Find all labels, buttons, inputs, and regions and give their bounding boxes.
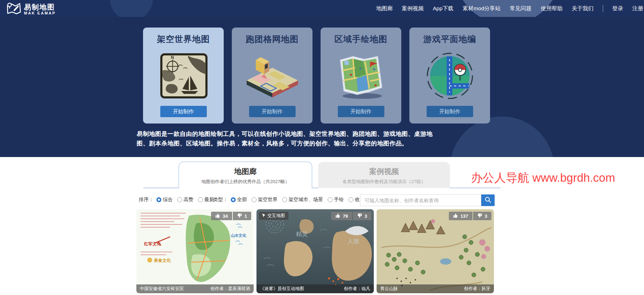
radio-icon[interactable] bbox=[198, 197, 203, 202]
tab-subtitle: 各类型地图制作教程及功能演示（27组） bbox=[318, 179, 450, 185]
radio-icon[interactable] bbox=[177, 197, 182, 202]
round-game-map-illustration bbox=[423, 49, 476, 102]
thumbs-up-icon bbox=[215, 213, 220, 219]
decor-circle-left bbox=[110, 0, 153, 17]
nav-item-videos[interactable]: 案例视频 bbox=[402, 5, 424, 12]
dislikes-badge[interactable]: 3 bbox=[353, 212, 371, 220]
map-card-miwu[interactable]: 精灵 人族 交互地图 79 3 《迷雾》原创互动地图 创作者：临凡 bbox=[256, 209, 374, 293]
start-creating-button[interactable]: 开始制作 bbox=[427, 106, 473, 117]
svg-text:精灵: 精灵 bbox=[296, 231, 308, 237]
main-nav: 地图廊 案例视频 App下载 素材mod分享站 常见问题 使用帮助 关于我们 登… bbox=[376, 0, 643, 17]
feature-card-title: 游戏平面地编 bbox=[423, 34, 476, 45]
search-input[interactable] bbox=[360, 194, 481, 206]
type-option-fantasy-world[interactable]: 架空世界 bbox=[252, 197, 278, 203]
sort-option-composite[interactable]: 综合 bbox=[156, 197, 173, 203]
map-title: 《迷雾》原创互动地图 bbox=[260, 286, 304, 292]
radio-icon[interactable] bbox=[328, 197, 333, 202]
likes-count: 34 bbox=[223, 213, 228, 219]
start-creating-button[interactable]: 开始制作 bbox=[338, 106, 384, 117]
sort-filter-group: 排序： 综合 高赞 最新 bbox=[139, 197, 219, 203]
search-icon bbox=[484, 196, 491, 204]
thumbs-up-icon bbox=[335, 213, 340, 219]
start-creating-button[interactable]: 开始制作 bbox=[160, 106, 207, 117]
nav-item-help[interactable]: 使用帮助 bbox=[541, 5, 563, 12]
map-caption: 青云山脉 创作者：胚牙 bbox=[377, 284, 494, 293]
hero-section: 架空世界地图 N 开始制作 跑团格网地图 bbox=[0, 17, 644, 157]
map-creator: 创作者：临凡 bbox=[344, 286, 370, 292]
likes-badge[interactable]: 79 bbox=[331, 212, 352, 220]
vote-badges: 79 3 bbox=[331, 212, 371, 220]
start-creating-button[interactable]: 开始制作 bbox=[249, 106, 296, 117]
dislikes-badge[interactable]: 1 bbox=[233, 212, 251, 220]
tab-case-videos[interactable]: 案例视频 各类型地图制作教程及功能演示（27组） bbox=[318, 162, 450, 188]
dislikes-count: 3 bbox=[485, 213, 487, 219]
dislikes-badge[interactable]: 3 bbox=[473, 212, 491, 220]
sort-option-most-liked[interactable]: 高赞 bbox=[177, 197, 193, 203]
search-button[interactable] bbox=[481, 194, 495, 206]
type-option-hand-drawn[interactable]: 手绘 bbox=[328, 197, 344, 203]
feature-card-title: 跑团格网地图 bbox=[246, 34, 299, 45]
tab-subtitle: 地图创作者们上榜的优秀作品（共2027幅） bbox=[179, 179, 312, 185]
radio-selected-icon[interactable] bbox=[231, 197, 236, 202]
map-card-luan-yuan[interactable]: 红军文化 山水文化 美食文化 34 1 中国安徽省六安裕安区 创作者：星辰薄荷酒 bbox=[136, 209, 254, 293]
brand-name: 易制地图 bbox=[24, 3, 56, 11]
interactive-map-tag: 交互地图 bbox=[259, 212, 289, 220]
vote-badges: 34 1 bbox=[211, 212, 251, 220]
dislikes-count: 1 bbox=[244, 213, 247, 219]
radio-label: 全部 bbox=[237, 197, 247, 203]
svg-text:红军文化: 红军文化 bbox=[144, 241, 161, 246]
map-caption: 《迷雾》原创互动地图 创作者：临凡 bbox=[256, 284, 374, 293]
map-title: 青云山脉 bbox=[380, 286, 398, 292]
nav-item-about[interactable]: 关于我们 bbox=[572, 5, 594, 12]
svg-text:美食文化: 美食文化 bbox=[154, 258, 171, 263]
brand-logo[interactable]: 易制地图 MAK EAMAP bbox=[6, 2, 56, 17]
register-link[interactable]: 注册 bbox=[632, 5, 643, 12]
hero-description: 易制地图是一款自由的地图绘制工具，可以在线创作小说地图、架空世界地图、跑团地图、… bbox=[137, 129, 439, 148]
feature-card-title: 区域手绘地图 bbox=[335, 34, 388, 45]
type-option-fantasy-city[interactable]: 架空城市、场景 bbox=[282, 197, 323, 203]
thumbs-up-icon bbox=[453, 213, 458, 219]
map-creator: 创作者：胚牙 bbox=[464, 286, 490, 292]
nav-item-mod-site[interactable]: 素材mod分享站 bbox=[463, 5, 501, 12]
feature-card-title: 架空世界地图 bbox=[157, 34, 210, 45]
map-pin-logo-icon bbox=[6, 2, 21, 17]
nav-item-app-download[interactable]: App下载 bbox=[433, 5, 454, 12]
sort-option-newest[interactable]: 最新 bbox=[198, 197, 214, 203]
type-label: 类型： bbox=[213, 197, 228, 203]
likes-count: 137 bbox=[460, 213, 468, 219]
likes-count: 79 bbox=[343, 213, 348, 219]
radio-icon[interactable] bbox=[252, 197, 256, 202]
thumbs-down-icon bbox=[477, 213, 482, 219]
login-link[interactable]: 登录 bbox=[612, 5, 623, 12]
dislikes-count: 3 bbox=[365, 213, 367, 219]
type-filter-group: 类型： 全部 架空世界 架空城市、场景 手绘 收藏 bbox=[213, 197, 369, 203]
feature-card-fantasy-world: 架空世界地图 N 开始制作 bbox=[143, 28, 224, 124]
feature-cards-row: 架空世界地图 N 开始制作 跑团格网地图 bbox=[143, 28, 490, 124]
radio-icon[interactable] bbox=[348, 197, 353, 202]
thumbs-down-icon bbox=[357, 213, 362, 219]
folded-map-illustration bbox=[335, 49, 388, 102]
type-option-all[interactable]: 全部 bbox=[231, 197, 247, 203]
radio-icon[interactable] bbox=[282, 197, 287, 202]
likes-badge[interactable]: 34 bbox=[211, 212, 232, 220]
tab-title: 案例视频 bbox=[318, 167, 450, 176]
map-card-qingyun-mountains[interactable]: 137 3 青云山脉 创作者：胚牙 bbox=[377, 209, 494, 293]
likes-badge[interactable]: 137 bbox=[449, 212, 472, 220]
svg-text:N: N bbox=[171, 55, 174, 60]
watermark-text: 办公人导航 www.bgrdh.com bbox=[471, 170, 615, 186]
fantasy-map-illustration: N bbox=[157, 49, 210, 102]
nav-item-faq[interactable]: 常见问题 bbox=[510, 5, 532, 12]
grid-map-illustration bbox=[246, 49, 299, 102]
feature-card-game-map: 游戏平面地编 开始制作 bbox=[409, 28, 490, 124]
map-caption: 中国安徽省六安裕安区 创作者：星辰薄荷酒 bbox=[136, 284, 254, 293]
cursor-icon bbox=[262, 213, 266, 219]
radio-selected-icon[interactable] bbox=[156, 197, 161, 202]
top-header: 易制地图 MAK EAMAP 地图廊 案例视频 App下载 素材mod分享站 常… bbox=[0, 0, 644, 17]
radio-label: 架空城市、场景 bbox=[289, 197, 323, 203]
nav-item-gallery[interactable]: 地图廊 bbox=[376, 5, 393, 12]
brand-subtitle: MAK EAMAP bbox=[24, 11, 56, 16]
tab-map-gallery[interactable]: 地图廊 地图创作者们上榜的优秀作品（共2027幅） bbox=[179, 162, 312, 188]
map-thumbnail-parchment bbox=[377, 209, 494, 293]
radio-label: 手绘 bbox=[334, 197, 344, 203]
feature-card-region-map: 区域手绘地图 开始制作 bbox=[321, 28, 401, 124]
